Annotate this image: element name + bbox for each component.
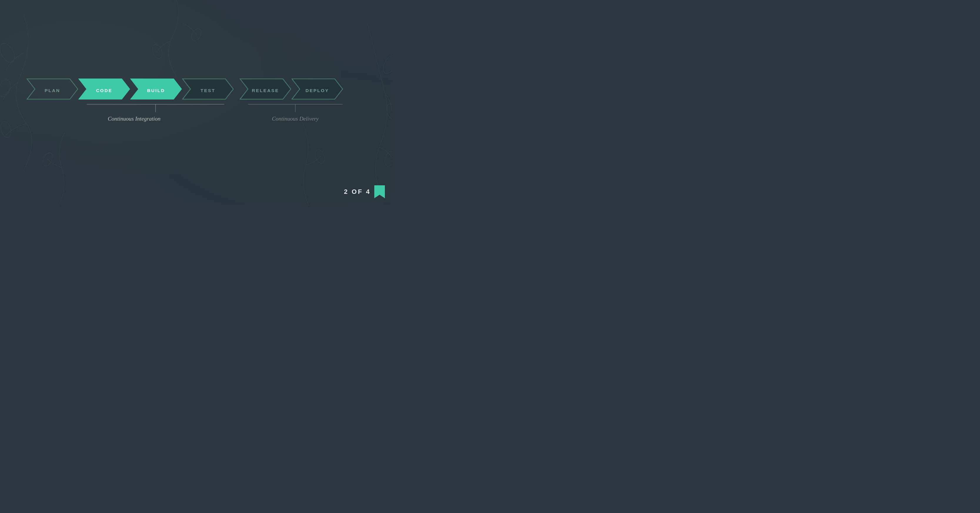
pipeline-step-deploy: DEPLOY bbox=[292, 79, 342, 99]
release-label: RELEASE bbox=[252, 88, 279, 93]
page-number: 2 OF 4 bbox=[344, 188, 371, 196]
plan-label: PLAN bbox=[45, 88, 60, 93]
code-label: CODE bbox=[96, 88, 112, 93]
build-label: BUILD bbox=[147, 88, 165, 93]
pipeline-diagram: PLAN CODE BUILD TEST RELEASE DEPLOY bbox=[27, 79, 365, 135]
pipeline-step-build: BUILD bbox=[130, 79, 181, 99]
pipeline-step-code: CODE bbox=[79, 79, 130, 99]
cd-label: Continuous Delivery bbox=[272, 116, 319, 122]
pipeline-step-release: RELEASE bbox=[240, 79, 291, 99]
bookmark-icon bbox=[374, 185, 385, 198]
ci-label: Continuous Integration bbox=[108, 116, 160, 122]
test-label: TEST bbox=[200, 88, 215, 93]
pipeline-step-plan: PLAN bbox=[27, 79, 78, 99]
pipeline-step-test: TEST bbox=[183, 79, 234, 99]
svg-marker-16 bbox=[374, 185, 385, 198]
main-container: PLAN CODE BUILD TEST RELEASE DEPLOY bbox=[0, 0, 392, 206]
page-indicator: 2 OF 4 bbox=[344, 185, 385, 198]
deploy-label: DEPLOY bbox=[305, 88, 329, 93]
